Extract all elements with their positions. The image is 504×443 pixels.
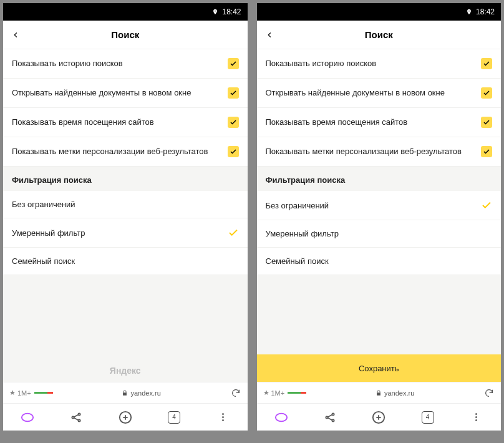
lock-icon: [376, 390, 382, 396]
svg-point-3: [79, 419, 80, 421]
svg-line-14: [328, 417, 332, 419]
share-icon: [70, 411, 82, 424]
option-row[interactable]: Показывать время посещения сайтов: [257, 108, 502, 137]
check-icon: [228, 227, 239, 238]
option-label: Показывать метки персонализации веб-резу…: [12, 146, 228, 157]
share-icon: [324, 411, 336, 424]
option-label: Показывать время посещения сайтов: [12, 117, 228, 128]
selected-tick: [481, 200, 492, 211]
save-label: Сохранить: [359, 364, 399, 373]
url-bar[interactable]: ★1M+ yandex.ru: [3, 382, 248, 403]
status-time: 18:42: [222, 7, 241, 16]
filter-label: Без ограничений: [12, 200, 239, 209]
yandex-home-icon: [274, 411, 288, 424]
page-header: Поиск: [3, 21, 248, 49]
check-icon: [483, 60, 490, 67]
check-icon: [230, 60, 237, 67]
tabs-button[interactable]: 4: [167, 410, 182, 425]
content-spacer: [257, 275, 502, 354]
location-icon: [466, 9, 472, 15]
option-label: Показывать историю поисков: [266, 58, 482, 69]
new-tab-button[interactable]: [371, 410, 386, 425]
reload-button[interactable]: [230, 387, 241, 399]
reload-icon: [484, 388, 494, 398]
phone-right: 18:42 Поиск Показывать историю поисков О…: [257, 3, 502, 431]
check-icon: [230, 148, 237, 155]
brand-watermark: Яндекс: [110, 366, 141, 376]
save-button[interactable]: Сохранить: [257, 354, 502, 382]
svg-point-9: [275, 413, 286, 421]
svg-line-5: [74, 417, 79, 419]
back-button[interactable]: [257, 21, 282, 49]
checkbox-checked[interactable]: [481, 87, 492, 99]
filter-row[interactable]: Без ограничений: [257, 191, 502, 220]
svg-point-12: [332, 419, 334, 421]
svg-line-13: [328, 414, 332, 416]
checkbox-checked[interactable]: [228, 58, 239, 69]
checkbox-checked[interactable]: [481, 146, 492, 157]
back-button[interactable]: [3, 21, 28, 49]
chevron-left-icon: [265, 31, 274, 39]
section-header: Фильтрация поиска: [3, 167, 248, 191]
filter-row[interactable]: Умеренный фильтр: [3, 218, 248, 248]
option-label: Показывать время посещения сайтов: [266, 117, 482, 128]
filter-row[interactable]: Без ограничений: [3, 191, 248, 218]
tabs-button[interactable]: 4: [420, 410, 435, 425]
checkbox-checked[interactable]: [481, 58, 492, 69]
option-label: Показывать метки персонализации веб-резу…: [266, 146, 482, 157]
menu-button[interactable]: [469, 410, 484, 425]
filter-label: Семейный поиск: [12, 256, 239, 266]
chevron-left-icon: [11, 31, 20, 39]
svg-point-0: [22, 413, 33, 421]
share-button[interactable]: [69, 410, 84, 425]
share-button[interactable]: [322, 410, 337, 425]
check-icon: [483, 89, 490, 97]
filter-label: Умеренный фильтр: [266, 229, 493, 238]
check-icon: [230, 89, 237, 97]
status-bar: 18:42: [3, 3, 248, 21]
rating-bar: [34, 392, 53, 394]
content-spacer: Яндекс: [3, 275, 248, 382]
svg-point-1: [72, 416, 74, 418]
filter-row[interactable]: Семейный поиск: [3, 248, 248, 275]
selected-tick: [228, 227, 239, 238]
plus-circle-icon: [372, 411, 385, 424]
checkbox-checked[interactable]: [481, 117, 492, 128]
option-row[interactable]: Показывать метки персонализации веб-резу…: [257, 137, 502, 167]
option-row[interactable]: Открывать найденные документы в новом ок…: [3, 79, 248, 108]
filter-label: Без ограничений: [266, 201, 482, 210]
url-display[interactable]: yandex.ru: [306, 389, 483, 397]
option-row[interactable]: Показывать метки персонализации веб-резу…: [3, 137, 248, 167]
status-time: 18:42: [476, 7, 495, 16]
checkbox-checked[interactable]: [228, 146, 239, 157]
url-display[interactable]: yandex.ru: [53, 389, 230, 397]
new-tab-button[interactable]: [118, 410, 133, 425]
star-icon: ★: [9, 389, 16, 397]
lock-icon: [122, 390, 128, 396]
svg-line-4: [74, 414, 79, 416]
option-row[interactable]: Показывать историю поисков: [3, 49, 248, 79]
tab-count: 4: [422, 411, 434, 424]
checkbox-checked[interactable]: [228, 87, 239, 99]
url-bar[interactable]: ★1M+ yandex.ru: [257, 382, 502, 403]
reload-button[interactable]: [483, 387, 495, 399]
home-button[interactable]: [20, 410, 35, 425]
svg-point-10: [326, 416, 327, 418]
checkbox-checked[interactable]: [228, 117, 239, 128]
page-header: Поиск: [257, 21, 502, 49]
rating-text: 1M+: [17, 389, 31, 397]
option-row[interactable]: Показывать время посещения сайтов: [3, 108, 248, 137]
check-icon: [230, 119, 237, 126]
domain-text: yandex.ru: [384, 389, 414, 397]
menu-button[interactable]: [215, 410, 230, 425]
filter-label: Семейный поиск: [266, 256, 493, 266]
option-row[interactable]: Открывать найденные документы в новом ок…: [257, 79, 502, 108]
rating-text: 1M+: [271, 389, 285, 397]
check-icon: [481, 200, 492, 211]
page-title: Поиск: [3, 29, 248, 40]
check-icon: [483, 119, 490, 126]
home-button[interactable]: [274, 410, 289, 425]
filter-row[interactable]: Умеренный фильтр: [257, 220, 502, 248]
option-row[interactable]: Показывать историю поисков: [257, 49, 502, 79]
filter-row[interactable]: Семейный поиск: [257, 248, 502, 275]
